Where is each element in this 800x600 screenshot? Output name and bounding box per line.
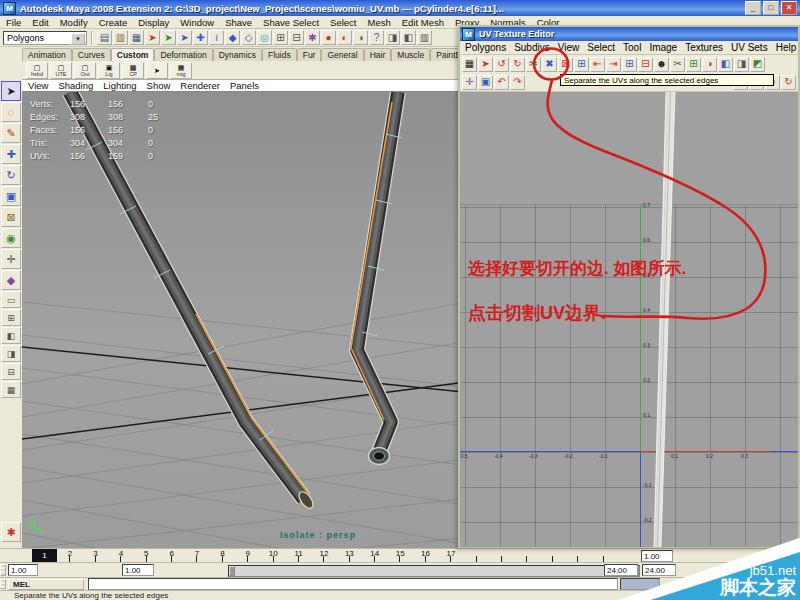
maximize-button[interactable]: □ <box>763 1 779 15</box>
flip-v-icon[interactable]: ➤ <box>478 57 493 72</box>
construction-history-icon[interactable]: ✱ <box>305 30 320 45</box>
range-grip[interactable] <box>0 564 6 576</box>
time-slider[interactable]: 1234567891011121314151617 1 1.00 <box>0 548 800 562</box>
layout-uvs-right-icon[interactable]: ⇥ <box>606 57 621 72</box>
menu-select[interactable]: Select <box>330 17 356 28</box>
playback-start-field[interactable]: 1.00 <box>122 564 154 576</box>
move-tool-icon[interactable]: ✚ <box>1 144 21 164</box>
rotate-uv-ccw-icon[interactable]: ↺ <box>494 57 509 72</box>
move-and-sew-icon[interactable]: ⊞ <box>574 57 589 72</box>
uv-smudge-tool-icon[interactable]: ▣ <box>478 75 493 90</box>
snap-point-icon[interactable]: ◆ <box>225 30 240 45</box>
universal-manip-tool-icon[interactable]: ⊠ <box>1 207 21 227</box>
menu-shave[interactable]: Shave <box>225 17 252 28</box>
split-uvs-icon[interactable]: ✖ <box>542 57 557 72</box>
panel-menu-renderer[interactable]: Renderer <box>180 80 220 91</box>
shelf-tab-fur[interactable]: Fur <box>297 48 322 61</box>
redo-view-icon[interactable]: ↷ <box>510 75 525 90</box>
layout-persp-outliner-icon[interactable]: ◧ <box>1 327 21 344</box>
uv-editor-canvas[interactable]: 0.10.20.30.40.50.60.7-0.1-0.2-0.1-0.2-0.… <box>460 92 798 547</box>
paint-effects-icon[interactable]: ✱ <box>1 522 21 542</box>
shelf-out-button[interactable]: ▢Out <box>74 62 96 79</box>
menu-edit-mesh[interactable]: Edit Mesh <box>402 17 444 28</box>
uv-menu-tool[interactable]: Tool <box>623 42 641 53</box>
uv-menu-uv-sets[interactable]: UV Sets <box>731 42 768 53</box>
uv-snapshot-icon[interactable]: ☻ <box>654 57 669 72</box>
close-button[interactable]: ✕ <box>781 1 797 15</box>
menu-display[interactable]: Display <box>138 17 169 28</box>
uv-menu-subdivs[interactable]: Subdivs <box>514 42 550 53</box>
lasso-tool-icon[interactable]: ◌ <box>1 102 21 122</box>
command-result-area[interactable] <box>620 578 660 590</box>
mel-toggle-button[interactable]: MEL <box>8 579 84 590</box>
panel-menu-view[interactable]: View <box>28 80 48 91</box>
sidebar-tool-settings-icon[interactable]: ◧ <box>401 30 416 45</box>
layout-custom-icon[interactable]: ▦ <box>1 381 21 398</box>
menu-file[interactable]: File <box>6 17 21 28</box>
shelf-lig-button[interactable]: ▣Lig <box>98 62 120 79</box>
quick-help-icon[interactable]: ? <box>369 30 384 45</box>
layout-single-pane-icon[interactable]: ▭ <box>1 291 21 308</box>
minimize-button[interactable]: _ <box>745 1 761 15</box>
uv-menu-view[interactable]: View <box>558 42 580 53</box>
layout-hypershade-icon[interactable]: ◨ <box>1 345 21 362</box>
chevron-down-icon[interactable]: ▼ <box>71 33 85 45</box>
sidebar-attr-editor-icon[interactable]: ◨ <box>385 30 400 45</box>
snap-view-plane-icon[interactable]: ◇ <box>241 30 256 45</box>
ipr-render-icon[interactable]: ◐ <box>337 30 352 45</box>
shelf-tab-general[interactable]: General <box>321 48 363 61</box>
range-slider-bar[interactable] <box>235 566 633 576</box>
shelf-hsbd-button[interactable]: ▢hsbd <box>26 62 48 79</box>
menu-shave-select[interactable]: Shave Select <box>263 17 319 28</box>
paste-u-icon[interactable]: ◩ <box>750 57 765 72</box>
shelf-tab-deformation[interactable]: Deformation <box>154 48 212 61</box>
panel-menu-lighting[interactable]: Lighting <box>103 80 136 91</box>
refresh-image-icon[interactable]: ↻ <box>781 75 796 90</box>
snap-grid-icon[interactable]: ✚ <box>193 30 208 45</box>
anim-start-field[interactable]: 1.00 <box>8 564 38 576</box>
shelf-tab-custom[interactable]: Custom <box>111 48 155 61</box>
select-component-icon[interactable]: ➤ <box>177 30 192 45</box>
copy-uvs-icon[interactable]: ◧ <box>718 57 733 72</box>
layout-uvs-left-icon[interactable]: ⇤ <box>590 57 605 72</box>
select-object-icon[interactable]: ➤ <box>161 30 176 45</box>
shelf-ute-button[interactable]: ▢UTE <box>50 62 72 79</box>
shelf-checker-button[interactable]: ▦mtg <box>170 62 192 79</box>
shelf-tab-muscle[interactable]: Muscle <box>391 48 430 61</box>
rotate-uv-cw-icon[interactable]: ↻ <box>510 57 525 72</box>
uv-editor-title-bar[interactable]: M UV Texture Editor <box>460 27 798 41</box>
select-hierarchy-icon[interactable]: ➤ <box>145 30 160 45</box>
render-settings-icon[interactable]: ◑ <box>353 30 368 45</box>
menu-create[interactable]: Create <box>99 17 128 28</box>
render-current-frame-icon[interactable]: ● <box>321 30 336 45</box>
save-scene-icon[interactable]: ▦ <box>129 30 144 45</box>
scale-tool-icon[interactable]: ▣ <box>1 186 21 206</box>
main-title-bar[interactable]: M Autodesk Maya 2008 Extension 2: G:\3D_… <box>0 0 800 16</box>
shelf-tab-animation[interactable]: Animation <box>22 48 72 61</box>
shelf-tab-hair[interactable]: Hair <box>364 48 392 61</box>
undo-view-icon[interactable]: ↶ <box>494 75 509 90</box>
mel-input[interactable] <box>88 578 618 590</box>
grid-uvs-alt-icon[interactable]: ⊟ <box>638 57 653 72</box>
uv-texture-editor-window[interactable]: M UV Texture Editor PolygonsSubdivsViewS… <box>458 25 800 548</box>
show-manip-tool-icon[interactable]: ✛ <box>1 249 21 269</box>
menu-window[interactable]: Window <box>180 17 214 28</box>
range-slider-groove[interactable] <box>228 565 640 577</box>
input-connections-icon[interactable]: ⊞ <box>273 30 288 45</box>
menu-set-combo[interactable]: Polygons ▼ <box>3 31 87 45</box>
make-live-icon[interactable]: ◎ <box>257 30 272 45</box>
uv-menu-help[interactable]: Help <box>776 42 797 53</box>
display-image-icon[interactable]: ◑ <box>702 57 717 72</box>
anim-end-field[interactable]: 24.00 <box>642 564 676 576</box>
panel-menu-show[interactable]: Show <box>147 80 171 91</box>
shelf-cp-button[interactable]: ▩CP <box>122 62 144 79</box>
menu-edit[interactable]: Edit <box>32 17 48 28</box>
delete-uvs-icon[interactable]: ✂ <box>670 57 685 72</box>
range-handle-left[interactable] <box>229 566 235 576</box>
rotate-tool-icon[interactable]: ↻ <box>1 165 21 185</box>
sew-uvs-icon[interactable]: ⊠ <box>558 57 573 72</box>
shelf-arrow-button[interactable]: ➤ <box>146 62 168 79</box>
grid-uvs-icon[interactable]: ⊞ <box>622 57 637 72</box>
select-tool-icon[interactable]: ➤ <box>1 81 21 101</box>
command-grip[interactable] <box>0 579 6 589</box>
